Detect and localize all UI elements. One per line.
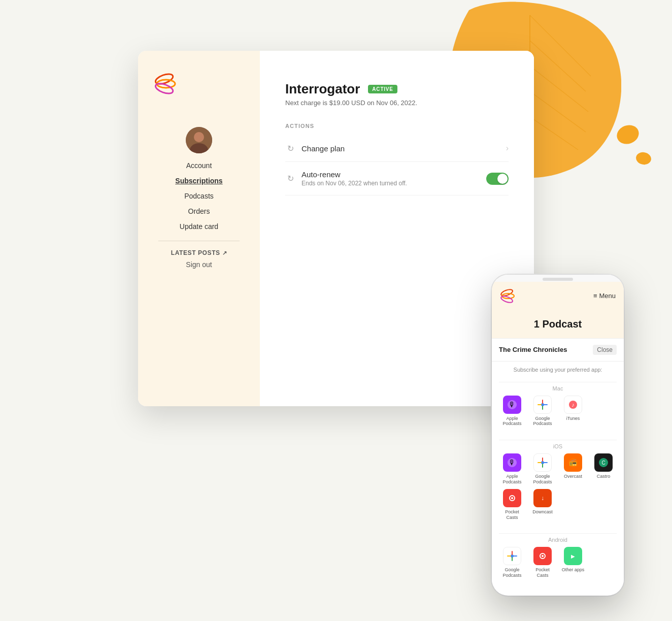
platform-section-mac: Mac 🎙 Apple Podcasts	[492, 376, 624, 434]
svg-text:↓: ↓	[541, 495, 544, 502]
hamburger-icon: ≡	[593, 292, 597, 300]
actions-label: ACTIONS	[285, 123, 509, 129]
google-podcasts-mac-icon	[533, 396, 552, 414]
android-app-grid: Google Podcasts Pocket Casts	[499, 547, 617, 578]
app-apple-podcasts-ios[interactable]: 🎙 Apple Podcasts	[499, 453, 525, 485]
external-link-icon: ↗	[222, 250, 227, 256]
apple-podcasts-mac-label: Apple Podcasts	[499, 416, 525, 427]
auto-renew-label: Auto-renew	[301, 170, 407, 179]
next-charge-text: Next charge is $19.00 USD on Nov 06, 202…	[285, 99, 509, 107]
google-podcasts-mac-label: Google Podcasts	[529, 416, 556, 427]
sidebar-item-account[interactable]: Account	[182, 159, 216, 172]
apple-podcasts-ios-label: Apple Podcasts	[499, 474, 525, 485]
app-itunes-mac[interactable]: ♪ iTunes	[560, 396, 586, 427]
sidebar-item-orders[interactable]: Orders	[184, 205, 214, 217]
auto-renew-row: ↻ Auto-renew Ends on Nov 06, 2022 when t…	[285, 162, 509, 195]
svg-text:C: C	[601, 460, 605, 466]
castro-ios-icon: C	[594, 453, 613, 472]
svg-text:▶: ▶	[571, 553, 575, 559]
pocket-casts-ios-icon	[503, 489, 521, 507]
svg-text:🎙: 🎙	[509, 401, 516, 409]
svg-text:♪: ♪	[572, 402, 575, 408]
change-plan-icon: ↻	[285, 143, 295, 153]
other-apps-android-label: Other apps	[562, 567, 585, 573]
chevron-right-icon: ›	[506, 144, 509, 153]
auto-renew-toggle[interactable]: ✓	[486, 173, 509, 185]
downcast-ios-icon: ↓	[533, 489, 552, 507]
app-google-podcasts-mac[interactable]: Google Podcasts	[529, 396, 556, 427]
itunes-mac-icon: ♪	[564, 396, 582, 414]
phone-content: The Crime Chronicles Close Subscribe usi…	[492, 339, 624, 585]
phone-podcast-count: 1 Podcast	[492, 310, 624, 339]
auto-renew-sub: Ends on Nov 06, 2022 when turned off.	[301, 180, 407, 187]
subscribe-text: Subscribe using your preferred app:	[492, 362, 624, 376]
svg-point-16	[500, 295, 514, 304]
phone-device: ≡ Menu 1 Podcast The Crime Chronicles Cl…	[492, 275, 624, 596]
phone-notch	[543, 278, 573, 281]
svg-point-12	[194, 132, 204, 142]
google-podcasts-ios-label: Google Podcasts	[529, 474, 556, 485]
phone-app-logo	[500, 288, 516, 304]
apple-podcasts-ios-icon: 🎙	[503, 453, 521, 472]
platform-label-mac: Mac	[499, 385, 617, 391]
mac-app-grid: 🎙 Apple Podcasts	[499, 396, 617, 427]
overcast-ios-label: Overcast	[564, 474, 582, 479]
app-google-podcasts-android[interactable]: Google Podcasts	[499, 547, 525, 578]
phone-menu-button[interactable]: ≡ Menu	[593, 292, 616, 300]
app-pocket-casts-ios[interactable]: Pocket Casts	[499, 489, 525, 520]
sidebar-divider	[158, 241, 240, 241]
pocket-casts-android-icon	[533, 547, 552, 565]
crime-chronicles-header: The Crime Chronicles Close	[492, 339, 624, 362]
app-other-apps-android[interactable]: ▶ Other apps	[560, 547, 586, 578]
downcast-ios-label: Downcast	[532, 509, 553, 515]
app-pocket-casts-android[interactable]: Pocket Casts	[529, 547, 556, 578]
pocket-casts-ios-label: Pocket Casts	[499, 509, 525, 520]
auto-renew-icon: ↻	[285, 174, 295, 184]
app-apple-podcasts-mac[interactable]: 🎙 Apple Podcasts	[499, 396, 525, 427]
overcast-ios-icon: 📻	[564, 453, 582, 472]
platform-section-android: Android	[492, 527, 624, 585]
browser-window: Account Subscriptions Podcasts Orders Up…	[138, 51, 534, 406]
podcast-title: The Crime Chronicles	[499, 346, 567, 353]
sidebar-nav: Account Subscriptions Podcasts Orders Up…	[148, 159, 250, 233]
sign-out-button[interactable]: Sign out	[186, 260, 212, 269]
sidebar-item-update-card[interactable]: Update card	[176, 220, 222, 233]
app-downcast-ios[interactable]: ↓ Downcast	[529, 489, 556, 520]
user-avatar	[186, 127, 212, 153]
castro-ios-label: Castro	[597, 474, 611, 479]
phone-notch-bar	[492, 275, 624, 282]
app-google-podcasts-ios[interactable]: Google Podcasts	[529, 453, 556, 485]
app-overcast-ios[interactable]: 📻 Overcast	[560, 453, 586, 485]
subscription-title: Interrogator ACTIVE	[285, 81, 509, 97]
close-podcast-button[interactable]: Close	[593, 345, 617, 355]
main-wrapper: Account Subscriptions Podcasts Orders Up…	[0, 0, 672, 621]
change-plan-row[interactable]: ↻ Change plan ›	[285, 135, 509, 162]
phone-mockup: ≡ Menu 1 Podcast The Crime Chronicles Cl…	[492, 275, 624, 596]
app-logo	[153, 71, 179, 96]
pocket-casts-android-label: Pocket Casts	[529, 567, 556, 578]
sidebar-item-podcasts[interactable]: Podcasts	[180, 190, 218, 202]
change-plan-label: Change plan	[301, 144, 345, 153]
phone-header: ≡ Menu	[492, 282, 624, 310]
google-podcasts-android-label: Google Podcasts	[499, 567, 525, 578]
other-apps-android-icon: ▶	[564, 547, 582, 565]
itunes-mac-label: iTunes	[566, 416, 580, 421]
sidebar-item-subscriptions[interactable]: Subscriptions	[171, 175, 226, 187]
ios-app-grid: 🎙 Apple Podcasts	[499, 453, 617, 485]
sidebar: Account Subscriptions Podcasts Orders Up…	[138, 51, 260, 406]
svg-point-10	[154, 82, 174, 95]
active-badge: ACTIVE	[368, 85, 397, 93]
svg-text:📻: 📻	[569, 458, 578, 467]
platform-section-ios: iOS 🎙 Apple Podcasts	[492, 434, 624, 527]
ios-app-grid-row2: Pocket Casts ↓ Downcast	[499, 489, 617, 520]
google-podcasts-android-icon	[503, 547, 521, 565]
apple-podcasts-mac-icon: 🎙	[503, 396, 521, 414]
platform-label-ios: iOS	[499, 443, 617, 449]
google-podcasts-ios-icon	[533, 453, 552, 472]
svg-point-39	[511, 497, 513, 499]
svg-text:🎙: 🎙	[509, 459, 516, 467]
app-castro-ios[interactable]: C Castro	[590, 453, 617, 485]
latest-posts-link[interactable]: LATEST POSTS ↗	[171, 249, 227, 256]
svg-point-49	[542, 555, 544, 557]
platform-label-android: Android	[499, 537, 617, 543]
